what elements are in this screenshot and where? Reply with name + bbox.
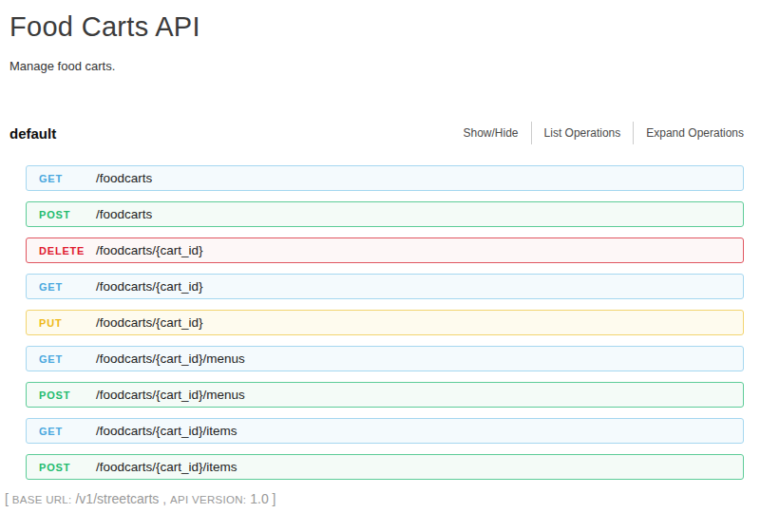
resource-section-title[interactable]: default <box>10 125 56 142</box>
endpoint-path[interactable]: /foodcarts/{cart_id}/items <box>96 460 238 474</box>
endpoint-path[interactable]: /foodcarts/{cart_id}/menus <box>96 352 245 366</box>
endpoint-path[interactable]: /foodcarts <box>96 171 152 185</box>
footer-separator: , <box>162 491 166 506</box>
http-method-badge: GET <box>39 426 96 437</box>
list-operations-link[interactable]: List Operations <box>531 122 634 144</box>
expand-operations-link[interactable]: Expand Operations <box>633 122 744 144</box>
api-docs-page: Food Carts API Manage food carts. defaul… <box>0 0 760 532</box>
base-url-label: BASE URL: <box>12 494 72 505</box>
endpoint-row[interactable]: POST /foodcarts/{cart_id}/menus <box>26 382 744 408</box>
footer-open-bracket: [ <box>5 491 9 506</box>
resource-section-header: default Show/Hide List Operations Expand… <box>10 122 744 144</box>
api-version-label: API VERSION: <box>170 494 246 505</box>
endpoint-row[interactable]: DELETE /foodcarts/{cart_id} <box>26 238 744 263</box>
base-url-footer: [ BASE URL: /v1/streetcarts , API VERSIO… <box>5 491 276 506</box>
section-controls: Show/Hide List Operations Expand Operati… <box>451 122 744 144</box>
endpoint-row[interactable]: GET /foodcarts/{cart_id}/menus <box>26 346 744 371</box>
endpoint-list: GET /foodcarts POST /foodcarts DELETE /f… <box>26 165 744 490</box>
http-method-badge: POST <box>39 390 96 401</box>
endpoint-path[interactable]: /foodcarts <box>96 207 152 221</box>
endpoint-path[interactable]: /foodcarts/{cart_id}/menus <box>96 388 245 402</box>
show-hide-link[interactable]: Show/Hide <box>451 122 531 144</box>
http-method-badge: GET <box>39 353 96 365</box>
endpoint-path[interactable]: /foodcarts/{cart_id} <box>96 279 203 294</box>
endpoint-row[interactable]: POST /foodcarts <box>26 201 744 227</box>
http-method-badge: GET <box>39 281 96 293</box>
endpoint-path[interactable]: /foodcarts/{cart_id} <box>96 315 203 330</box>
page-subtitle: Manage food carts. <box>10 59 115 73</box>
base-url-value: /v1/streetcarts <box>75 491 159 506</box>
endpoint-row[interactable]: GET /foodcarts <box>26 165 744 191</box>
http-method-badge: GET <box>39 173 96 184</box>
endpoint-path[interactable]: /foodcarts/{cart_id}/items <box>96 424 238 438</box>
api-version-value: 1.0 <box>250 491 268 506</box>
endpoint-row[interactable]: POST /foodcarts/{cart_id}/items <box>26 454 744 480</box>
footer-close-bracket: ] <box>273 491 276 506</box>
http-method-badge: POST <box>39 462 96 473</box>
endpoint-row[interactable]: PUT /foodcarts/{cart_id} <box>26 310 744 335</box>
endpoint-row[interactable]: GET /foodcarts/{cart_id}/items <box>26 418 744 444</box>
http-method-badge: POST <box>39 209 96 220</box>
endpoint-path[interactable]: /foodcarts/{cart_id} <box>96 243 203 257</box>
page-title: Food Carts API <box>10 11 200 43</box>
endpoint-row[interactable]: GET /foodcarts/{cart_id} <box>26 274 744 299</box>
http-method-badge: PUT <box>39 317 96 329</box>
http-method-badge: DELETE <box>39 245 96 256</box>
